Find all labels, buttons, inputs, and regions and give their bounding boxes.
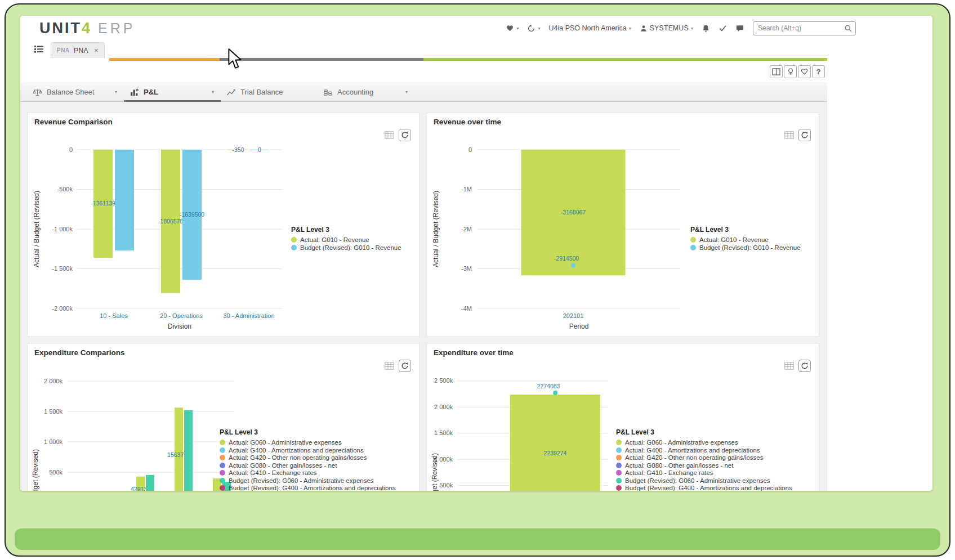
refresh-icon	[401, 131, 409, 139]
svg-text:202101: 202101	[563, 312, 584, 319]
refresh-button[interactable]	[798, 129, 811, 141]
svg-text:-1639500: -1639500	[180, 211, 205, 218]
chevron-down-icon: ▾	[538, 26, 540, 31]
refresh-icon	[801, 131, 809, 139]
logo-erp: ERP	[98, 20, 135, 37]
legend-item: Actual: G080 - Other gain/losses - net	[616, 462, 816, 470]
revenue-over-time-panel: Revenue over time 0-1M-2M-3M-4M-3168067-…	[426, 113, 819, 337]
legend-item: Budget (Revised): G010 - Revenue	[690, 244, 819, 252]
chart-legend: P&L Level 3Actual: G010 - RevenueBudget …	[690, 226, 819, 252]
table-view-icon[interactable]	[385, 131, 394, 139]
split-view-icon	[772, 68, 780, 75]
panel-title: Revenue Comparison	[34, 118, 113, 126]
search-icon	[844, 24, 853, 33]
messages-button[interactable]	[735, 24, 744, 33]
svg-text:0: 0	[258, 146, 261, 153]
table-view-icon[interactable]	[784, 362, 794, 370]
svg-text:-2M: -2M	[461, 226, 472, 232]
bell-icon	[702, 24, 710, 33]
svg-text:Division: Division	[168, 322, 191, 330]
line-chart-icon	[226, 88, 236, 97]
approvals-button[interactable]	[719, 24, 727, 32]
svg-text:2 000k: 2 000k	[44, 378, 63, 384]
unit4-logo: UNIT4 ERP	[39, 20, 135, 37]
refresh-icon	[401, 362, 409, 370]
svg-text:0: 0	[69, 146, 73, 153]
chevron-down-icon: ▾	[405, 89, 408, 95]
panel-title: Expenditure over time	[434, 348, 514, 357]
user-icon	[640, 24, 648, 33]
panel-actions	[784, 129, 811, 141]
refresh-button[interactable]	[399, 129, 411, 141]
help-label: ?	[816, 68, 821, 76]
lightbulb-icon	[787, 68, 795, 76]
tab-close-icon[interactable]: ×	[94, 46, 99, 55]
notifications-button[interactable]	[702, 24, 710, 33]
tab-trial-balance[interactable]: Trial Balance	[221, 82, 318, 102]
svg-text:2274083: 2274083	[537, 383, 560, 389]
legend-item: Actual: G010 - Revenue	[291, 236, 420, 244]
page: ? Balance Sheet ▾ P&L ▾ Trial Balance	[20, 61, 827, 491]
heart-icon	[506, 24, 514, 32]
svg-text:-3M: -3M	[461, 265, 472, 272]
frame-bottom-bar	[15, 528, 940, 550]
table-view-icon[interactable]	[784, 131, 794, 139]
tab-title: PNA	[74, 47, 88, 55]
panel-actions	[385, 360, 411, 372]
legend-item: Actual: G060 - Administrative expenses	[220, 439, 420, 447]
nav-label: Trial Balance	[240, 88, 283, 96]
favorite-button[interactable]	[798, 65, 811, 78]
svg-text:-3168067: -3168067	[561, 209, 586, 216]
nav-label: Accounting	[337, 88, 373, 96]
svg-text:-350: -350	[232, 146, 244, 153]
history-button[interactable]: ▾	[527, 24, 540, 33]
utility-toolbar: ?	[770, 61, 825, 82]
svg-text:-1M: -1M	[461, 186, 472, 192]
check-icon	[719, 24, 727, 32]
svg-text:1 000k: 1 000k	[44, 438, 63, 445]
company-selector[interactable]: U4ia PSO North America ▾	[549, 24, 631, 32]
refresh-button[interactable]	[798, 360, 811, 372]
legend-item: Actual: G410 - Exchange rates	[616, 469, 816, 477]
search-input[interactable]	[758, 24, 842, 32]
chevron-down-icon: ▾	[115, 89, 117, 95]
revenue-comparison-chart: 0-500k-1 000k-1 500k-2 000k-1361139-1806…	[28, 113, 420, 333]
legend-item: Actual: G060 - Administrative expenses	[616, 439, 816, 447]
topbar: UNIT4 ERP ▾ ▾ U4ia PSO North America ▾	[20, 16, 932, 41]
svg-text:-500k: -500k	[57, 186, 73, 192]
tab-accounting[interactable]: Accounting ▾	[318, 82, 414, 102]
legend-item: Actual: G400 - Amortizations and depreci…	[616, 447, 816, 455]
svg-text:2239274: 2239274	[544, 450, 567, 456]
chart-legend: P&L Level 3Actual: G010 - RevenueBudget …	[291, 226, 420, 252]
tab-pna[interactable]: PNA PNA ×	[51, 42, 105, 58]
svg-text:500k: 500k	[49, 469, 63, 476]
tab-pl[interactable]: P&L ▾	[124, 82, 221, 102]
legend-item: Actual: G410 - Exchange rates	[220, 469, 420, 477]
report-nav: Balance Sheet ▾ P&L ▾ Trial Balance Acco…	[20, 82, 827, 102]
legend-item: Actual: G010 - Revenue	[690, 236, 819, 244]
svg-text:2 500k: 2 500k	[434, 377, 453, 384]
favorites-button[interactable]: ▾	[506, 24, 519, 32]
user-menu[interactable]: SYSTEMUS ▾	[640, 24, 693, 33]
svg-text:10 - Sales: 10 - Sales	[100, 312, 128, 319]
table-view-icon[interactable]	[385, 362, 394, 370]
insights-button[interactable]	[784, 65, 797, 78]
panel-title: Expenditure Comparions	[34, 348, 125, 357]
refresh-button[interactable]	[399, 360, 411, 372]
app-window: UNIT4 ERP ▾ ▾ U4ia PSO North America ▾	[20, 16, 932, 491]
legend-item: Actual: G420 - Other non operating gains…	[616, 454, 816, 462]
chart-legend: P&L Level 3Actual: G060 - Administrative…	[616, 428, 816, 491]
tab-balance-sheet[interactable]: Balance Sheet ▾	[27, 82, 124, 102]
help-button[interactable]: ?	[812, 65, 825, 78]
presentation-frame: UNIT4 ERP ▾ ▾ U4ia PSO North America ▾	[5, 3, 950, 557]
revenue-comparison-panel: Revenue Comparison 0-500k-1 000k-1 500k-…	[27, 113, 420, 337]
legend-item: Budget (Revised): G010 - Revenue	[291, 244, 420, 252]
global-search	[753, 21, 856, 35]
svg-text:Actual / Budget (Revised): Actual / Budget (Revised)	[33, 191, 41, 267]
split-view-button[interactable]	[770, 65, 783, 78]
svg-text:Period: Period	[569, 322, 589, 330]
legend-item: Budget (Revised): G060 - Administrative …	[616, 477, 816, 485]
panel-title: Revenue over time	[434, 118, 501, 126]
balance-scale-icon	[33, 88, 42, 97]
menu-button[interactable]	[32, 42, 46, 56]
